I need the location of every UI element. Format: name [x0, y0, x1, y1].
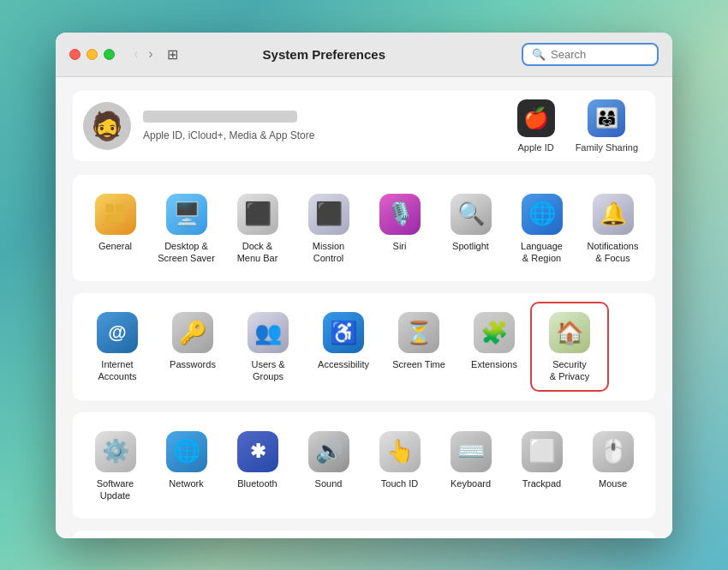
family-sharing-icon: 👨‍👩‍👧 — [588, 99, 625, 137]
siri-label: Siri — [393, 240, 407, 252]
content-area: 🧔 Apple ID, iCloud+, Media & App Store 🍎… — [56, 77, 672, 538]
accessibility-icon: ♿ — [323, 312, 364, 353]
spotlight-label: Spotlight — [452, 240, 489, 252]
family-sharing-action[interactable]: 👨‍👩‍👧 Family Sharing — [576, 99, 638, 153]
touchid-icon: 👆 — [379, 431, 421, 472]
software-label: Software Update — [97, 477, 134, 502]
pref-section-1: General🖥️Desktop & Screen Saver⬛Dock & M… — [73, 175, 655, 282]
desktop-label: Desktop & Screen Saver — [158, 240, 215, 265]
traffic-lights — [69, 49, 115, 60]
pref-item-mouse[interactable]: 🖱️Mouse — [577, 423, 648, 509]
bluetooth-label: Bluetooth — [237, 477, 277, 489]
maximize-button[interactable] — [104, 49, 115, 60]
dock-label: Dock & Menu Bar — [237, 240, 278, 265]
screentime-label: Screen Time — [392, 358, 445, 370]
security-label: Security & Privacy — [550, 358, 589, 383]
apple-id-label: Apple ID — [518, 142, 554, 153]
title-bar: ‹ › ⊞ System Preferences 🔍 — [56, 33, 672, 77]
general-icon — [95, 194, 136, 235]
screentime-icon: ⏳ — [398, 312, 439, 353]
users-label: Users & Groups — [251, 358, 284, 383]
passwords-icon: 🔑 — [172, 312, 213, 353]
pref-item-users[interactable]: 👥Users & Groups — [230, 303, 306, 390]
pref-item-desktop[interactable]: 🖥️Desktop & Screen Saver — [151, 185, 222, 272]
internet-label: Internet Accounts — [98, 358, 136, 383]
software-icon: ⚙️ — [95, 431, 136, 472]
pref-item-software[interactable]: ⚙️Software Update — [80, 423, 151, 509]
language-icon: 🌐 — [522, 194, 563, 235]
notifications-icon: 🔔 — [593, 194, 634, 235]
search-box[interactable]: 🔍 — [522, 43, 659, 66]
extensions-label: Extensions — [471, 358, 517, 370]
search-icon: 🔍 — [532, 48, 546, 61]
user-name-bar — [143, 111, 297, 123]
passwords-label: Passwords — [170, 358, 216, 370]
language-label: Language & Region — [521, 240, 563, 265]
network-label: Network — [169, 477, 203, 489]
system-preferences-window: ‹ › ⊞ System Preferences 🔍 🧔 Apple ID, i… — [56, 33, 672, 538]
pref-item-extensions[interactable]: 🧩Extensions — [456, 303, 532, 390]
pref-item-spotlight[interactable]: 🔍Spotlight — [435, 185, 506, 272]
pref-section-4: 🖥️Displays🖨️Printers & Scanners🔋Battery🕐… — [73, 531, 655, 537]
trackpad-label: Trackpad — [522, 477, 561, 489]
network-icon: 🌐 — [166, 431, 207, 472]
mouse-label: Mouse — [599, 477, 627, 489]
pref-item-notifications[interactable]: 🔔Notifications & Focus — [577, 185, 648, 272]
pref-item-network[interactable]: 🌐Network — [151, 423, 222, 509]
users-icon: 👥 — [248, 312, 289, 353]
pref-item-language[interactable]: 🌐Language & Region — [506, 185, 577, 272]
pref-section-2: @Internet Accounts🔑Passwords👥Users & Gro… — [73, 293, 655, 400]
desktop-icon: 🖥️ — [166, 194, 207, 235]
extensions-icon: 🧩 — [474, 312, 515, 353]
pref-row-1: General🖥️Desktop & Screen Saver⬛Dock & M… — [80, 185, 648, 272]
search-input[interactable] — [551, 48, 648, 61]
pref-item-accessibility[interactable]: ♿Accessibility — [306, 303, 381, 390]
internet-icon: @ — [97, 312, 138, 353]
window-title: System Preferences — [135, 47, 513, 62]
minimize-button[interactable] — [87, 49, 98, 60]
security-icon: 🏠 — [549, 312, 590, 353]
mouse-icon: 🖱️ — [593, 431, 634, 472]
apple-id-action[interactable]: 🍎 Apple ID — [517, 99, 555, 153]
svg-rect-1 — [116, 204, 124, 213]
mission-label: Mission Control — [313, 240, 344, 265]
pref-section-3: ⚙️Software Update🌐Network✱Bluetooth🔊Soun… — [73, 412, 655, 519]
avatar: 🧔 — [83, 102, 131, 150]
pref-item-sound[interactable]: 🔊Sound — [293, 423, 364, 509]
keyboard-label: Keyboard — [451, 477, 491, 489]
close-button[interactable] — [69, 49, 81, 60]
svg-rect-0 — [105, 204, 114, 213]
user-info: Apple ID, iCloud+, Media & App Store — [143, 111, 505, 141]
pref-item-general[interactable]: General — [80, 185, 151, 272]
pref-item-trackpad[interactable]: ⬜Trackpad — [506, 423, 577, 509]
pref-item-passwords[interactable]: 🔑Passwords — [155, 303, 230, 390]
keyboard-icon: ⌨️ — [451, 431, 492, 472]
sound-label: Sound — [315, 477, 343, 489]
pref-item-mission[interactable]: ⬛Mission Control — [293, 185, 364, 272]
general-label: General — [98, 240, 132, 252]
pref-row-2: @Internet Accounts🔑Passwords👥Users & Gro… — [80, 303, 648, 390]
pref-item-keyboard[interactable]: ⌨️Keyboard — [435, 423, 506, 509]
pref-item-siri[interactable]: 🎙️Siri — [364, 185, 435, 272]
user-right-actions: 🍎 Apple ID 👨‍👩‍👧 Family Sharing — [517, 99, 638, 153]
pref-item-touchid[interactable]: 👆Touch ID — [364, 423, 435, 509]
pref-item-bluetooth[interactable]: ✱Bluetooth — [222, 423, 293, 509]
trackpad-icon: ⬜ — [522, 431, 563, 472]
accessibility-label: Accessibility — [318, 358, 369, 370]
pref-item-dock[interactable]: ⬛Dock & Menu Bar — [222, 185, 293, 272]
bluetooth-icon: ✱ — [237, 431, 278, 472]
user-sub-text: Apple ID, iCloud+, Media & App Store — [143, 129, 505, 141]
pref-item-internet[interactable]: @Internet Accounts — [80, 303, 155, 390]
svg-rect-3 — [116, 214, 124, 223]
pref-row-3: ⚙️Software Update🌐Network✱Bluetooth🔊Soun… — [80, 423, 648, 509]
touchid-label: Touch ID — [381, 477, 418, 489]
user-section: 🧔 Apple ID, iCloud+, Media & App Store 🍎… — [73, 91, 655, 161]
notifications-label: Notifications & Focus — [588, 240, 639, 265]
apple-id-icon: 🍎 — [517, 99, 555, 137]
mission-icon: ⬛ — [308, 194, 349, 235]
svg-rect-2 — [105, 214, 114, 223]
sound-icon: 🔊 — [308, 431, 349, 472]
pref-item-screentime[interactable]: ⏳Screen Time — [381, 303, 456, 390]
pref-item-security[interactable]: 🏠Security & Privacy — [532, 303, 607, 390]
spotlight-icon: 🔍 — [451, 194, 492, 235]
